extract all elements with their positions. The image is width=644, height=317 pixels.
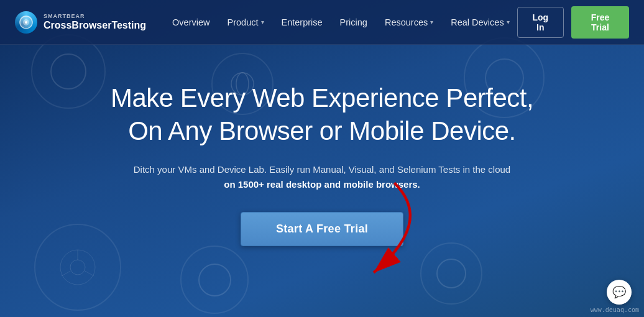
logo-text: SMARTBEAR CrossBrowserTesting xyxy=(44,14,146,30)
browser-icon-6 xyxy=(420,242,482,305)
nav-links: Overview Product ▾ Enterprise Pricing Re… xyxy=(165,12,517,32)
hero-title: Make Every Web Experience Perfect, On An… xyxy=(111,82,533,147)
hero-subtitle: Ditch your VMs and Device Lab. Easily ru… xyxy=(134,162,510,192)
real-devices-chevron-icon: ▾ xyxy=(507,19,510,25)
logo[interactable]: SMARTBEAR CrossBrowserTesting xyxy=(15,11,146,34)
brand-top-label: SMARTBEAR xyxy=(44,14,146,20)
logo-icon xyxy=(15,11,37,34)
svg-point-2 xyxy=(25,21,27,24)
browser-icon-5 xyxy=(180,246,249,314)
nav-actions: Log In Free Trial xyxy=(517,6,629,39)
free-trial-nav-button[interactable]: Free Trial xyxy=(571,6,629,39)
watermark: www.deuaq.com xyxy=(591,306,639,313)
navbar: SMARTBEAR CrossBrowserTesting Overview P… xyxy=(0,0,644,45)
nav-resources[interactable]: Resources ▾ xyxy=(377,12,441,32)
resources-chevron-icon: ▾ xyxy=(430,19,433,25)
start-free-trial-button[interactable]: Start A Free Trial xyxy=(241,212,403,246)
nav-overview[interactable]: Overview xyxy=(165,12,217,32)
hero-section: Make Every Web Experience Perfect, On An… xyxy=(0,45,644,246)
svg-point-1 xyxy=(23,19,29,25)
login-button[interactable]: Log In xyxy=(517,7,564,38)
svg-point-6 xyxy=(70,260,85,275)
nav-pricing[interactable]: Pricing xyxy=(333,12,375,32)
svg-line-8 xyxy=(85,271,94,276)
nav-product[interactable]: Product ▾ xyxy=(220,12,272,32)
chat-icon: 💬 xyxy=(612,285,626,299)
nav-enterprise[interactable]: Enterprise xyxy=(274,12,330,32)
chat-widget[interactable]: 💬 xyxy=(607,280,632,305)
product-chevron-icon: ▾ xyxy=(261,19,264,25)
svg-line-9 xyxy=(62,271,71,276)
brand-name: CrossBrowserTesting xyxy=(44,20,146,31)
nav-real-devices[interactable]: Real Devices ▾ xyxy=(443,12,517,32)
svg-point-0 xyxy=(20,16,32,29)
